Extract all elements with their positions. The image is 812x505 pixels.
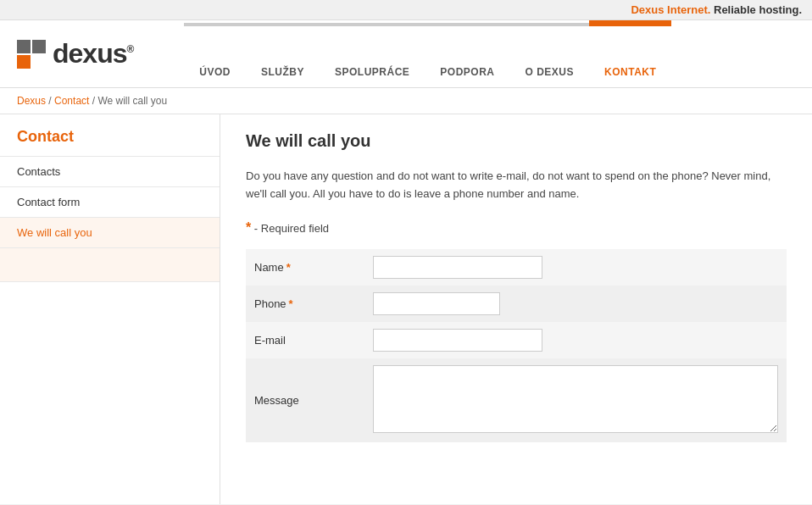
header: dexus® ÚVOD SLUŽBY SPOLUPRÁCE PODPORA O … bbox=[0, 20, 812, 88]
logo-sq-gray-top-right bbox=[32, 40, 46, 53]
sidebar-menu: Contacts Contact form We will call you bbox=[0, 157, 220, 248]
sidebar-link-contact-form[interactable]: Contact form bbox=[0, 187, 220, 218]
breadcrumb-contact[interactable]: Contact bbox=[54, 95, 89, 107]
required-note: * - Required field bbox=[246, 220, 787, 236]
name-input[interactable] bbox=[373, 256, 542, 279]
breadcrumb-dexus[interactable]: Dexus bbox=[17, 95, 46, 107]
message-textarea[interactable] bbox=[373, 365, 778, 433]
nav-item-kontakt[interactable]: KONTAKT bbox=[589, 20, 671, 88]
phone-required-star: * bbox=[289, 297, 293, 310]
breadcrumb: Dexus / Contact / We will call you bbox=[0, 88, 812, 114]
form-label-name: Name* bbox=[246, 249, 364, 286]
logo-text: dexus® bbox=[53, 38, 133, 69]
form-label-message: Message bbox=[246, 358, 364, 442]
logo-squares bbox=[17, 40, 46, 69]
phone-input[interactable] bbox=[373, 292, 500, 315]
sidebar-link-contacts[interactable]: Contacts bbox=[0, 157, 220, 187]
form-label-phone: Phone* bbox=[246, 286, 364, 322]
logo-sq-orange-bottom-left bbox=[17, 55, 31, 69]
logo-sq-gray-top-left bbox=[17, 40, 31, 53]
sidebar-item-contacts[interactable]: Contacts bbox=[0, 157, 220, 187]
sidebar-item-we-will-call[interactable]: We will call you bbox=[0, 218, 220, 248]
brand-orange: Dexus Internet. bbox=[631, 3, 710, 16]
sidebar: Contact Contacts Contact form We will ca… bbox=[0, 114, 220, 504]
sidebar-item-contact-form[interactable]: Contact form bbox=[0, 187, 220, 218]
content-description: Do you have any question and do not want… bbox=[246, 168, 787, 203]
brand-tagline: Reliable hosting. bbox=[710, 3, 802, 16]
required-star-icon: * bbox=[246, 220, 251, 235]
form-row-phone: Phone* bbox=[246, 286, 787, 322]
form-label-email: E-mail bbox=[246, 322, 364, 358]
breadcrumb-current: We will call you bbox=[97, 95, 167, 107]
nav-item-spoluprace[interactable]: SPOLUPRÁCE bbox=[320, 20, 425, 88]
form-row-name: Name* bbox=[246, 249, 787, 286]
logo-area: dexus® bbox=[17, 38, 133, 69]
form-cell-phone bbox=[364, 286, 787, 322]
nav-item-uvod[interactable]: ÚVOD bbox=[184, 20, 246, 88]
form-cell-message bbox=[364, 358, 787, 442]
content-area: We will call you Do you have any questio… bbox=[220, 114, 812, 504]
nav-item-podpora[interactable]: PODPORA bbox=[425, 20, 509, 88]
nav-item-sluzby[interactable]: SLUŽBY bbox=[246, 20, 320, 88]
logo-sq-empty-bottom-right bbox=[32, 55, 46, 69]
sidebar-empty-area bbox=[0, 248, 220, 282]
sidebar-title: Contact bbox=[0, 114, 220, 157]
sidebar-link-we-will-call[interactable]: We will call you bbox=[0, 218, 220, 248]
form-row-email: E-mail bbox=[246, 322, 787, 358]
nav-item-odexus[interactable]: O DEXUS bbox=[510, 20, 590, 88]
form-row-message: Message bbox=[246, 358, 787, 442]
main-content: Contact Contacts Contact form We will ca… bbox=[0, 114, 812, 504]
top-bar: Dexus Internet. Reliable hosting. bbox=[0, 0, 812, 20]
form-cell-name bbox=[364, 249, 787, 286]
logo-reg: ® bbox=[126, 43, 133, 55]
form-table: Name* Phone* bbox=[246, 249, 787, 442]
name-required-star: * bbox=[286, 261, 291, 274]
main-nav: ÚVOD SLUŽBY SPOLUPRÁCE PODPORA O DEXUS K… bbox=[184, 20, 795, 88]
callback-form: Name* Phone* bbox=[246, 249, 787, 442]
email-input[interactable] bbox=[373, 329, 542, 352]
page-title: We will call you bbox=[246, 131, 787, 151]
form-cell-email bbox=[364, 322, 787, 358]
